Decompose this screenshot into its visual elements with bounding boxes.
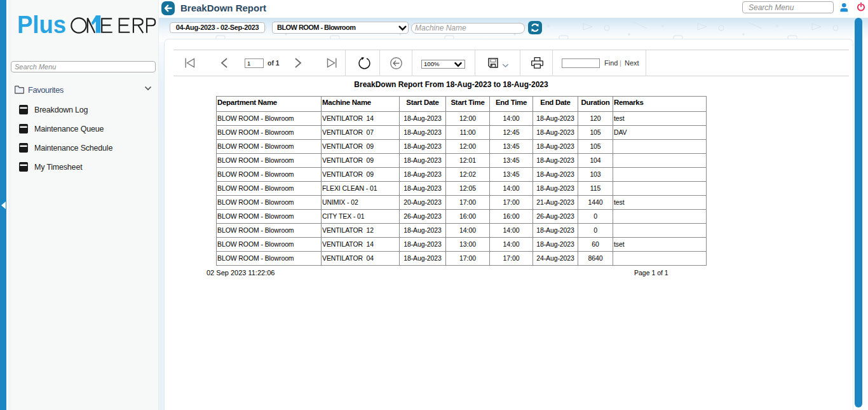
svg-text:Plus: Plus: [17, 14, 66, 35]
